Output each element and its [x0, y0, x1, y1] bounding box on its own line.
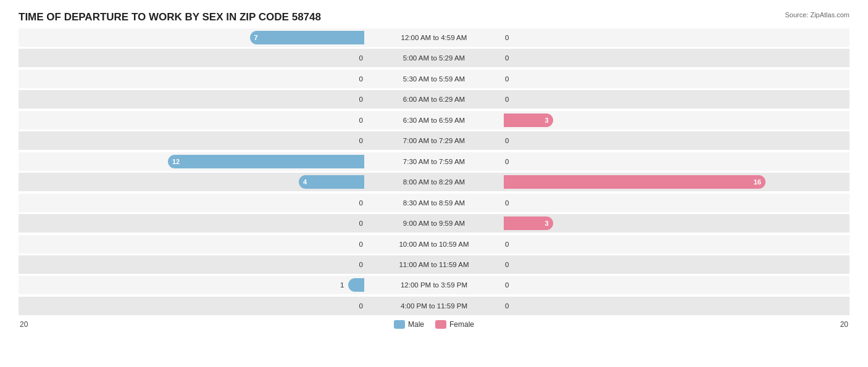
male-zero: 0 [359, 137, 363, 144]
right-section: 3 [499, 214, 849, 233]
chart-row: 0 7:00 AM to 7:29 AM 0 [19, 131, 849, 150]
male-zero: 0 [359, 261, 363, 268]
chart-row: 0 6:30 AM to 6:59 AM 3 [19, 111, 849, 130]
left-section: 12 [19, 152, 369, 171]
bar-male: 4 [299, 175, 364, 189]
female-zero: 0 [505, 158, 509, 165]
right-section: 0 [499, 297, 849, 315]
chart-bottom: 20 Male Female 20 [19, 320, 849, 329]
right-section: 0 [499, 255, 849, 274]
legend-female-box [435, 320, 446, 329]
time-label: 8:00 AM to 8:29 AM [403, 178, 465, 186]
right-section: 3 [499, 111, 849, 130]
bar-male: 12 [168, 155, 364, 168]
left-section: 0 [19, 297, 369, 315]
left-section: 0 [19, 111, 369, 130]
chart-row: 7 12:00 AM to 4:59 AM 0 [19, 28, 849, 47]
male-zero: 0 [359, 302, 363, 310]
female-zero: 0 [505, 261, 509, 268]
male-zero: 0 [359, 220, 363, 227]
male-zero: 0 [359, 96, 363, 103]
time-label: 12:00 PM to 3:59 PM [401, 281, 467, 289]
female-zero: 0 [505, 96, 509, 103]
chart-row: 0 8:30 AM to 8:59 AM 0 [19, 194, 849, 212]
female-zero: 0 [505, 302, 509, 310]
left-section: 0 [19, 255, 369, 274]
male-zero: 0 [359, 54, 363, 62]
right-section: 0 [499, 49, 849, 67]
female-zero: 0 [505, 137, 509, 144]
female-value: 3 [540, 220, 553, 227]
time-label: 6:00 AM to 6:29 AM [403, 96, 465, 103]
legend-male-label: Male [408, 320, 424, 329]
female-zero: 0 [505, 75, 509, 83]
time-label: 6:30 AM to 6:59 AM [403, 117, 465, 124]
chart-row: 0 10:00 AM to 10:59 AM 0 [19, 235, 849, 254]
axis-left-label: 20 [20, 320, 28, 329]
source-text: Source: ZipAtlas.com [785, 11, 849, 19]
male-value-outside: 1 [340, 281, 344, 289]
legend-male-box [394, 320, 405, 329]
right-section: 0 [499, 131, 849, 150]
right-section: 0 [499, 152, 849, 171]
legend: Male Female [394, 320, 474, 329]
right-section: 0 [499, 276, 849, 294]
legend-female-label: Female [449, 320, 474, 329]
chart-row: 12 7:30 AM to 7:59 AM 0 [19, 152, 849, 171]
male-zero: 0 [359, 75, 363, 83]
time-label: 5:00 AM to 5:29 AM [403, 54, 465, 62]
female-zero: 0 [505, 199, 509, 207]
chart-row: 0 5:00 AM to 5:29 AM 0 [19, 49, 849, 67]
chart-row: 0 6:00 AM to 6:29 AM 0 [19, 90, 849, 109]
legend-item-male: Male [394, 320, 424, 329]
legend-item-female: Female [435, 320, 474, 329]
bar-male: 1 [348, 278, 365, 292]
chart-row: 4 8:00 AM to 8:29 AM 16 [19, 173, 849, 191]
time-label: 11:00 AM to 11:59 AM [399, 261, 469, 268]
chart-title: TIME OF DEPARTURE TO WORK BY SEX IN ZIP … [19, 11, 849, 23]
male-zero: 0 [359, 199, 363, 207]
time-label: 5:30 AM to 5:59 AM [403, 75, 465, 83]
left-section: 0 [19, 194, 369, 212]
chart-row: 1 12:00 PM to 3:59 PM 0 [19, 276, 849, 294]
left-section: 0 [19, 214, 369, 233]
time-label: 7:30 AM to 7:59 AM [403, 158, 465, 165]
chart-row: 0 9:00 AM to 9:59 AM 3 [19, 214, 849, 233]
time-label: 10:00 AM to 10:59 AM [399, 241, 469, 248]
right-section: 0 [499, 90, 849, 109]
left-section: 0 [19, 90, 369, 109]
bar-male: 7 [250, 31, 365, 44]
female-value: 3 [540, 117, 553, 124]
left-section: 0 [19, 70, 369, 88]
chart-row: 0 4:00 PM to 11:59 PM 0 [19, 297, 849, 315]
female-zero: 0 [505, 54, 509, 62]
right-section: 0 [499, 70, 849, 88]
male-zero: 0 [359, 117, 363, 124]
chart-row: 0 11:00 AM to 11:59 AM 0 [19, 255, 849, 274]
right-section: 0 [499, 28, 849, 47]
time-label: 12:00 AM to 4:59 AM [401, 34, 467, 41]
left-section: 0 [19, 235, 369, 254]
axis-right-label: 20 [840, 320, 848, 329]
chart-row: 0 5:30 AM to 5:59 AM 0 [19, 70, 849, 88]
time-label: 9:00 AM to 9:59 AM [403, 220, 465, 227]
right-section: 0 [499, 194, 849, 212]
male-value: 4 [299, 178, 311, 186]
chart-area: 7 12:00 AM to 4:59 AM 0 0 5:00 AM to 5:2… [19, 28, 849, 316]
male-value: 12 [168, 158, 184, 165]
bar-female: 16 [504, 175, 766, 189]
female-value: 16 [749, 178, 766, 186]
left-section: 0 [19, 49, 369, 67]
female-zero: 0 [505, 241, 509, 248]
bar-female: 3 [504, 113, 553, 127]
time-label: 8:30 AM to 8:59 AM [403, 199, 465, 207]
left-section: 4 [19, 173, 369, 191]
left-section: 7 [19, 28, 369, 47]
bar-female: 3 [504, 216, 553, 230]
time-label: 4:00 PM to 11:59 PM [401, 302, 467, 310]
female-zero: 0 [505, 281, 509, 289]
left-section: 1 [19, 276, 369, 294]
right-section: 16 [499, 173, 849, 191]
female-zero: 0 [505, 34, 509, 41]
chart-container: TIME OF DEPARTURE TO WORK BY SEX IN ZIP … [0, 0, 868, 367]
